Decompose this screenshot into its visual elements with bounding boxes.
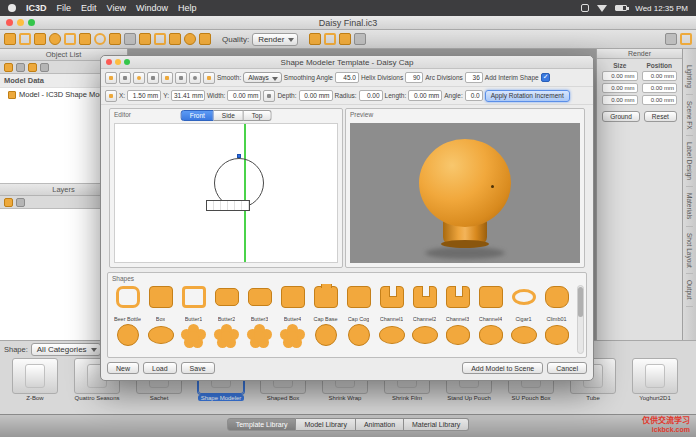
position-x-field[interactable]: 0.00 mm <box>642 71 678 81</box>
shape-item[interactable] <box>474 322 507 357</box>
reset-button[interactable]: Reset <box>644 111 677 122</box>
tab-shot-layout[interactable]: Shot Layout <box>686 227 693 275</box>
load-button[interactable]: Load <box>143 362 177 374</box>
quality-select[interactable]: Render <box>252 33 298 46</box>
arc-tool-icon[interactable] <box>161 72 173 84</box>
shape-item[interactable]: Cap Cog <box>342 284 375 322</box>
info-icon[interactable] <box>665 33 677 45</box>
shapes-scrollbar-thumb[interactable] <box>578 287 583 317</box>
tab-animation[interactable]: Animation <box>356 418 404 431</box>
shape-item[interactable]: Cigar1 <box>507 284 540 322</box>
shape-item[interactable] <box>309 322 342 357</box>
shape-item[interactable] <box>243 322 276 357</box>
ground-button[interactable]: Ground <box>602 111 640 122</box>
menu-file[interactable]: File <box>57 3 72 13</box>
shape-item[interactable]: Box <box>144 284 177 322</box>
pen-tool-icon[interactable] <box>119 72 131 84</box>
position-y-field[interactable]: 0.00 mm <box>642 83 678 93</box>
menu-app-name[interactable]: IC3D <box>26 3 47 13</box>
smoothing-angle-field[interactable]: 45.0 <box>335 72 359 83</box>
wifi-icon[interactable] <box>597 5 607 12</box>
menu-clock[interactable]: Wed 12:35 PM <box>635 4 688 13</box>
shape-item[interactable]: Channel1 <box>375 284 408 322</box>
profile-cylinder[interactable] <box>206 200 250 211</box>
animate-icon[interactable] <box>324 33 336 45</box>
tab-material-library[interactable]: Material Library <box>404 418 469 431</box>
smooth-select[interactable]: Always <box>243 72 282 83</box>
select-tool-icon[interactable] <box>105 72 117 84</box>
length-field[interactable]: 0.00 mm <box>408 90 442 101</box>
tab-lighting[interactable]: Lighting <box>686 59 693 95</box>
menu-status-icon[interactable] <box>581 4 589 12</box>
settings-icon[interactable] <box>354 33 366 45</box>
menu-view[interactable]: View <box>107 3 126 13</box>
add-model-to-scene-button[interactable]: Add Model to Scene <box>462 362 543 374</box>
profile-node-handle[interactable] <box>237 154 241 158</box>
x-field[interactable]: 1.50 mm <box>127 90 161 101</box>
shape-item[interactable]: Channel3 <box>441 284 474 322</box>
export-tool-icon[interactable] <box>199 33 211 45</box>
shape-item[interactable]: Butter4 <box>276 284 309 322</box>
save-button[interactable]: Save <box>181 362 215 374</box>
shape-tool-icon[interactable] <box>169 33 181 45</box>
shape-item[interactable]: Butter2 <box>210 284 243 322</box>
link-dimensions-icon[interactable] <box>263 90 275 102</box>
library-item[interactable]: Z-Bow <box>6 358 64 401</box>
shape-item[interactable] <box>144 322 177 357</box>
shape-item[interactable]: Channel4 <box>474 284 507 322</box>
material-tool-icon[interactable] <box>139 33 151 45</box>
snapshot-icon[interactable] <box>309 33 321 45</box>
line-tool-icon[interactable] <box>147 72 159 84</box>
shape-item[interactable]: Cap Base <box>309 284 342 322</box>
menu-help[interactable]: Help <box>178 3 197 13</box>
apple-menu-icon[interactable] <box>8 4 16 12</box>
size-x-field[interactable]: 0.00 mm <box>602 71 638 81</box>
remove-object-icon[interactable] <box>16 63 25 72</box>
size-z-field[interactable]: 0.00 mm <box>602 95 638 105</box>
menu-edit[interactable]: Edit <box>81 3 97 13</box>
position-z-field[interactable]: 0.00 mm <box>642 95 678 105</box>
y-field[interactable]: 31.41 mm <box>171 90 205 101</box>
tab-front[interactable]: Front <box>181 110 214 121</box>
shapes-scrollbar[interactable] <box>577 285 584 354</box>
depth-field[interactable]: 0.00 mm <box>299 90 333 101</box>
group-object-icon[interactable] <box>40 63 49 72</box>
shape-item[interactable]: Butter1 <box>177 284 210 322</box>
library-item[interactable]: Yoghurt2D1 <box>626 358 684 401</box>
tab-output[interactable]: Output <box>686 274 693 307</box>
add-object-icon[interactable] <box>4 63 13 72</box>
add-layer-icon[interactable] <box>4 198 13 207</box>
close-button[interactable] <box>6 19 13 26</box>
box-tool-icon[interactable] <box>64 33 76 45</box>
light-tool-icon[interactable] <box>154 33 166 45</box>
editor-canvas[interactable] <box>114 123 338 263</box>
open-model-icon[interactable] <box>19 33 31 45</box>
shape-item[interactable] <box>342 322 375 357</box>
node-tool-icon[interactable] <box>133 72 145 84</box>
label-tool-icon[interactable] <box>109 33 121 45</box>
tab-label-design[interactable]: Label Design <box>686 136 693 187</box>
tab-side[interactable]: Side <box>214 110 244 121</box>
tab-model-library[interactable]: Model Library <box>296 418 355 431</box>
tab-materials[interactable]: Materials <box>686 187 693 226</box>
tab-template-library[interactable]: Template Library <box>227 418 297 431</box>
width-field[interactable]: 0.00 mm <box>227 90 261 101</box>
shape-item[interactable] <box>507 322 540 357</box>
mirror-tool-icon[interactable] <box>175 72 187 84</box>
angle-field[interactable]: 0.0 <box>465 90 483 101</box>
shape-item[interactable]: Beer Bottle <box>111 284 144 322</box>
arc-divisions-field[interactable]: 36 <box>465 72 483 83</box>
grid-tool-icon[interactable] <box>203 72 215 84</box>
interim-shape-checkbox[interactable] <box>541 73 550 82</box>
shape-item[interactable] <box>210 322 243 357</box>
menu-window[interactable]: Window <box>136 3 168 13</box>
new-model-icon[interactable] <box>4 33 16 45</box>
size-y-field[interactable]: 0.00 mm <box>602 83 638 93</box>
snap-tool-icon[interactable] <box>189 72 201 84</box>
coordinate-mode-icon[interactable] <box>105 90 117 102</box>
helix-divisions-field[interactable]: 90 <box>405 72 423 83</box>
cancel-button[interactable]: Cancel <box>547 362 587 374</box>
radius-field[interactable]: 0.00 <box>359 90 383 101</box>
shape-item[interactable] <box>540 322 573 357</box>
shape-item[interactable] <box>177 322 210 357</box>
